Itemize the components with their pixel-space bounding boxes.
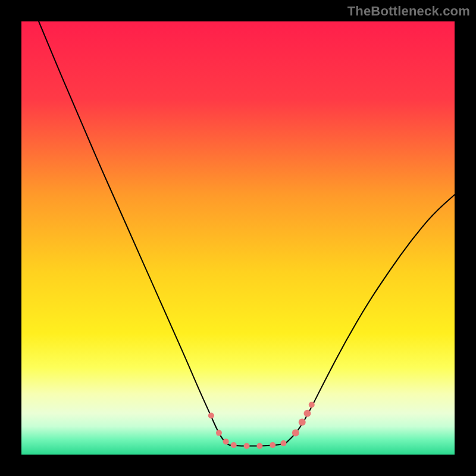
trough-marker: [299, 418, 306, 425]
trough-marker: [303, 410, 311, 417]
trough-marker: [216, 430, 222, 436]
trough-marker: [256, 443, 262, 449]
watermark-text: TheBottleneck.com: [347, 4, 470, 19]
plot-area: [21, 21, 455, 455]
bottleneck-chart: [21, 21, 455, 455]
trough-marker: [280, 440, 286, 446]
trough-marker: [292, 430, 299, 437]
trough-marker: [208, 412, 214, 418]
trough-marker: [309, 402, 315, 408]
trough-marker: [223, 439, 229, 444]
gradient-background: [21, 21, 455, 455]
trough-marker: [231, 442, 237, 448]
trough-marker: [270, 442, 275, 448]
trough-marker: [244, 443, 250, 449]
outer-black-frame: TheBottleneck.com: [0, 0, 476, 476]
